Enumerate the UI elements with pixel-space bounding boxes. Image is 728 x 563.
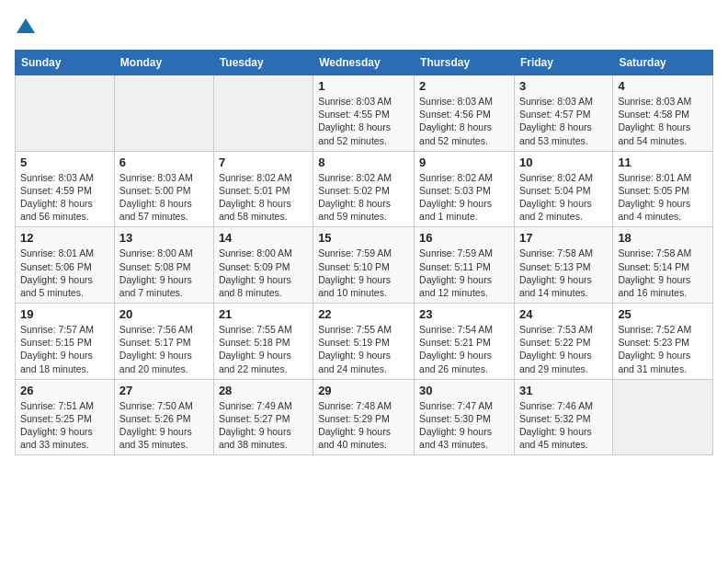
calendar-cell: 10Sunrise: 8:02 AM Sunset: 5:04 PM Dayli… — [514, 151, 612, 227]
calendar-cell: 19Sunrise: 7:57 AM Sunset: 5:15 PM Dayli… — [16, 304, 115, 380]
day-number: 27 — [119, 384, 209, 397]
day-info: Sunrise: 8:01 AM Sunset: 5:05 PM Dayligh… — [618, 171, 708, 224]
day-number: 18 — [618, 231, 708, 245]
day-info: Sunrise: 7:48 AM Sunset: 5:29 PM Dayligh… — [318, 399, 409, 452]
day-number: 1 — [318, 79, 409, 93]
day-number: 26 — [20, 384, 109, 397]
calendar-cell: 4Sunrise: 8:03 AM Sunset: 4:58 PM Daylig… — [613, 75, 713, 152]
calendar-cell: 25Sunrise: 7:52 AM Sunset: 5:23 PM Dayli… — [613, 304, 713, 380]
day-info: Sunrise: 8:02 AM Sunset: 5:03 PM Dayligh… — [419, 171, 509, 224]
day-info: Sunrise: 8:02 AM Sunset: 5:04 PM Dayligh… — [519, 171, 608, 224]
day-info: Sunrise: 8:02 AM Sunset: 5:01 PM Dayligh… — [219, 171, 308, 224]
calendar-cell: 12Sunrise: 8:01 AM Sunset: 5:06 PM Dayli… — [16, 227, 115, 304]
day-number: 12 — [20, 231, 109, 245]
day-info: Sunrise: 8:03 AM Sunset: 4:58 PM Dayligh… — [618, 95, 708, 147]
calendar-cell: 2Sunrise: 8:03 AM Sunset: 4:56 PM Daylig… — [415, 75, 515, 152]
day-info: Sunrise: 7:57 AM Sunset: 5:15 PM Dayligh… — [20, 323, 109, 375]
calendar-week-4: 19Sunrise: 7:57 AM Sunset: 5:15 PM Dayli… — [16, 304, 713, 380]
day-number: 11 — [618, 155, 708, 169]
calendar-cell: 14Sunrise: 8:00 AM Sunset: 5:09 PM Dayli… — [213, 227, 313, 304]
day-number: 28 — [219, 384, 308, 397]
calendar-cell: 30Sunrise: 7:47 AM Sunset: 5:30 PM Dayli… — [415, 379, 515, 455]
day-number: 29 — [318, 384, 409, 397]
calendar-cell: 1Sunrise: 8:03 AM Sunset: 4:55 PM Daylig… — [313, 75, 415, 152]
day-info: Sunrise: 7:58 AM Sunset: 5:14 PM Dayligh… — [618, 247, 708, 299]
day-info: Sunrise: 7:46 AM Sunset: 5:32 PM Dayligh… — [519, 399, 608, 452]
day-info: Sunrise: 8:03 AM Sunset: 4:56 PM Dayligh… — [419, 95, 509, 147]
calendar-week-1: 1Sunrise: 8:03 AM Sunset: 4:55 PM Daylig… — [16, 75, 713, 152]
page-header — [15, 15, 713, 39]
day-number: 15 — [318, 231, 409, 245]
calendar-cell: 8Sunrise: 8:02 AM Sunset: 5:02 PM Daylig… — [313, 151, 415, 227]
calendar-cell — [213, 75, 313, 152]
day-number: 4 — [618, 79, 708, 93]
calendar-cell: 17Sunrise: 7:58 AM Sunset: 5:13 PM Dayli… — [514, 227, 612, 304]
calendar-cell: 16Sunrise: 7:59 AM Sunset: 5:11 PM Dayli… — [415, 227, 515, 304]
day-number: 30 — [419, 384, 509, 397]
day-info: Sunrise: 8:00 AM Sunset: 5:08 PM Dayligh… — [119, 247, 209, 299]
day-number: 22 — [318, 307, 409, 321]
day-number: 2 — [419, 79, 509, 93]
day-info: Sunrise: 7:50 AM Sunset: 5:26 PM Dayligh… — [119, 399, 209, 452]
day-info: Sunrise: 8:03 AM Sunset: 4:59 PM Dayligh… — [20, 171, 109, 224]
day-number: 20 — [119, 307, 209, 321]
day-info: Sunrise: 7:55 AM Sunset: 5:19 PM Dayligh… — [318, 323, 409, 375]
weekday-header-friday: Friday — [514, 51, 612, 75]
calendar-cell: 6Sunrise: 8:03 AM Sunset: 5:00 PM Daylig… — [114, 151, 213, 227]
calendar-cell: 15Sunrise: 7:59 AM Sunset: 5:10 PM Dayli… — [313, 227, 415, 304]
calendar-cell: 13Sunrise: 8:00 AM Sunset: 5:08 PM Dayli… — [114, 227, 213, 304]
day-number: 3 — [519, 79, 608, 93]
day-number: 16 — [419, 231, 509, 245]
calendar-cell — [16, 75, 115, 152]
calendar-cell: 5Sunrise: 8:03 AM Sunset: 4:59 PM Daylig… — [16, 151, 115, 227]
day-info: Sunrise: 7:56 AM Sunset: 5:17 PM Dayligh… — [119, 323, 209, 375]
weekday-header-thursday: Thursday — [415, 51, 515, 75]
day-info: Sunrise: 8:03 AM Sunset: 4:55 PM Dayligh… — [318, 95, 409, 147]
day-number: 25 — [618, 307, 708, 321]
calendar-cell — [613, 379, 713, 455]
weekday-header-monday: Monday — [114, 51, 213, 75]
day-info: Sunrise: 8:01 AM Sunset: 5:06 PM Dayligh… — [20, 247, 109, 299]
calendar-cell — [114, 75, 213, 152]
day-info: Sunrise: 7:51 AM Sunset: 5:25 PM Dayligh… — [20, 399, 109, 452]
calendar-cell: 18Sunrise: 7:58 AM Sunset: 5:14 PM Dayli… — [613, 227, 713, 304]
day-info: Sunrise: 8:00 AM Sunset: 5:09 PM Dayligh… — [219, 247, 308, 299]
logo — [15, 15, 40, 39]
day-info: Sunrise: 7:53 AM Sunset: 5:22 PM Dayligh… — [519, 323, 608, 375]
calendar-week-3: 12Sunrise: 8:01 AM Sunset: 5:06 PM Dayli… — [16, 227, 713, 304]
day-info: Sunrise: 8:03 AM Sunset: 4:57 PM Dayligh… — [519, 95, 608, 147]
day-number: 9 — [419, 155, 509, 169]
calendar-cell: 24Sunrise: 7:53 AM Sunset: 5:22 PM Dayli… — [514, 304, 612, 380]
calendar-cell: 28Sunrise: 7:49 AM Sunset: 5:27 PM Dayli… — [213, 379, 313, 455]
calendar-cell: 11Sunrise: 8:01 AM Sunset: 5:05 PM Dayli… — [613, 151, 713, 227]
day-number: 5 — [20, 155, 109, 169]
calendar-cell: 23Sunrise: 7:54 AM Sunset: 5:21 PM Dayli… — [415, 304, 515, 380]
weekday-header-tuesday: Tuesday — [213, 51, 313, 75]
day-info: Sunrise: 7:59 AM Sunset: 5:10 PM Dayligh… — [318, 247, 409, 299]
day-number: 8 — [318, 155, 409, 169]
day-number: 13 — [119, 231, 209, 245]
calendar-cell: 29Sunrise: 7:48 AM Sunset: 5:29 PM Dayli… — [313, 379, 415, 455]
day-number: 10 — [519, 155, 608, 169]
calendar-cell: 20Sunrise: 7:56 AM Sunset: 5:17 PM Dayli… — [114, 304, 213, 380]
day-info: Sunrise: 8:02 AM Sunset: 5:02 PM Dayligh… — [318, 171, 409, 224]
day-info: Sunrise: 7:47 AM Sunset: 5:30 PM Dayligh… — [419, 399, 509, 452]
day-info: Sunrise: 7:58 AM Sunset: 5:13 PM Dayligh… — [519, 247, 608, 299]
day-number: 7 — [219, 155, 308, 169]
calendar-cell: 7Sunrise: 8:02 AM Sunset: 5:01 PM Daylig… — [213, 151, 313, 227]
calendar-cell: 9Sunrise: 8:02 AM Sunset: 5:03 PM Daylig… — [415, 151, 515, 227]
calendar-cell: 3Sunrise: 8:03 AM Sunset: 4:57 PM Daylig… — [514, 75, 612, 152]
day-info: Sunrise: 8:03 AM Sunset: 5:00 PM Dayligh… — [119, 171, 209, 224]
day-number: 21 — [219, 307, 308, 321]
calendar-week-5: 26Sunrise: 7:51 AM Sunset: 5:25 PM Dayli… — [16, 379, 713, 455]
calendar-cell: 26Sunrise: 7:51 AM Sunset: 5:25 PM Dayli… — [16, 379, 115, 455]
calendar-table: SundayMondayTuesdayWednesdayThursdayFrid… — [15, 50, 713, 455]
weekday-header-sunday: Sunday — [16, 51, 115, 75]
calendar-week-2: 5Sunrise: 8:03 AM Sunset: 4:59 PM Daylig… — [16, 151, 713, 227]
day-info: Sunrise: 7:49 AM Sunset: 5:27 PM Dayligh… — [219, 399, 308, 452]
day-number: 6 — [119, 155, 209, 169]
calendar-cell: 22Sunrise: 7:55 AM Sunset: 5:19 PM Dayli… — [313, 304, 415, 380]
weekday-header-saturday: Saturday — [613, 51, 713, 75]
day-info: Sunrise: 7:59 AM Sunset: 5:11 PM Dayligh… — [419, 247, 509, 299]
calendar-cell: 31Sunrise: 7:46 AM Sunset: 5:32 PM Dayli… — [514, 379, 612, 455]
